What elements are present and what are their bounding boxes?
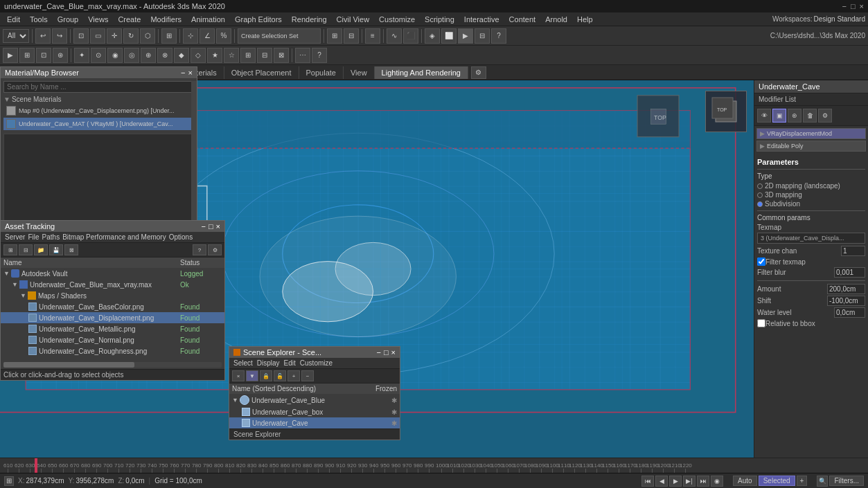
modifier-vray-displacement[interactable]: ▶ VRayDisplacementMod	[756, 128, 866, 139]
tb2-btn3[interactable]: ⊡	[36, 48, 51, 63]
at-row-displacement[interactable]: Underwater_Cave_Displacement.png Found	[1, 312, 224, 323]
se-row-blue[interactable]: ▼ Underwater_Cave_Blue ✱	[229, 394, 400, 406]
tb2-btn15[interactable]: ⊞	[240, 48, 256, 63]
at-btn4[interactable]: 💾	[49, 244, 63, 255]
menu-arnold[interactable]: Arnold	[541, 15, 572, 24]
at-row-basecolor[interactable]: Underwater_Cave_BaseColor.png Found	[1, 301, 224, 312]
at-row-vault[interactable]: ▼ Autodesk Vault Logged	[1, 268, 224, 279]
menu-edit[interactable]: Edit	[3, 15, 24, 24]
at-row-maps[interactable]: ▼ Maps / Shaders	[1, 290, 224, 301]
tb2-btn18[interactable]: ⋯	[295, 48, 310, 63]
se-btn-delete[interactable]: ×	[232, 370, 245, 381]
tb2-btn6[interactable]: ⊙	[91, 48, 106, 63]
se-row-cave[interactable]: Underwater_Cave ✱	[229, 417, 400, 428]
se-close-btn[interactable]: ×	[391, 348, 396, 356]
type-3d-radio[interactable]	[757, 192, 763, 198]
menu-tools[interactable]: Tools	[26, 15, 52, 24]
mirror-btn[interactable]: ⊞	[327, 28, 342, 44]
timeline[interactable]: 6106206306406506606706806907007107207307…	[0, 458, 868, 473]
at-row-normal[interactable]: Underwater_Cave_Normal.png Found	[1, 334, 224, 345]
anim-prev-btn[interactable]: ◀	[655, 476, 668, 487]
type-2d-row[interactable]: 2D mapping (landscape)	[757, 182, 865, 190]
at-btn-help[interactable]: ?	[193, 244, 206, 255]
type-subdivision-radio[interactable]	[757, 201, 763, 207]
tb2-btn10[interactable]: ⊗	[157, 48, 172, 63]
se-btn-unlock[interactable]: 🔓	[274, 370, 286, 381]
maximize-btn[interactable]: □	[851, 2, 856, 10]
object-name-field[interactable]: Underwater_Cave	[754, 80, 868, 93]
mat-browser-close[interactable]: ×	[188, 69, 193, 77]
mat-browser-minimize[interactable]: −	[181, 69, 185, 77]
at-btn-settings[interactable]: ⚙	[208, 244, 222, 255]
undo-btn[interactable]: ↩	[35, 28, 51, 44]
se-menu-edit[interactable]: Edit	[284, 359, 296, 367]
menu-scripting[interactable]: Scripting	[420, 15, 459, 24]
shift-input[interactable]	[827, 296, 865, 306]
tb2-btn2[interactable]: ⊞	[19, 48, 35, 63]
anim-play-btn[interactable]: ▶	[669, 476, 682, 487]
se-row-box[interactable]: Underwater_Cave_box ✱	[229, 406, 400, 417]
rp-icon-eye[interactable]: 👁	[757, 109, 771, 123]
select-region-btn[interactable]: ▭	[90, 28, 105, 44]
water-level-input[interactable]	[834, 307, 865, 318]
amount-input[interactable]	[827, 284, 865, 294]
type-2d-radio[interactable]	[757, 183, 763, 189]
search-status-icon[interactable]: 🔍	[817, 476, 828, 487]
material-editor-btn[interactable]: ◈	[425, 28, 440, 44]
at-restore-btn[interactable]: □	[209, 222, 213, 231]
menu-content[interactable]: Content	[505, 15, 540, 24]
anim-next-btn[interactable]: ▶|	[683, 476, 696, 487]
tb2-btn14[interactable]: ☆	[224, 48, 239, 63]
auto-key-btn[interactable]: Auto	[733, 476, 757, 486]
tab-view[interactable]: View	[344, 66, 375, 79]
pct-snap-btn[interactable]: %	[216, 28, 231, 44]
schematic-btn[interactable]: ⬛	[403, 28, 418, 44]
tb2-btn17[interactable]: ⊠	[274, 48, 289, 63]
layer-btn[interactable]: ≡	[365, 28, 380, 44]
menu-group[interactable]: Group	[53, 15, 83, 24]
at-scrollbar-h[interactable]	[3, 362, 222, 368]
anim-last-btn[interactable]: ⏭	[697, 476, 709, 487]
rp-icon-settings[interactable]: ⚙	[818, 109, 832, 123]
at-btn5[interactable]: ⊠	[64, 244, 78, 255]
tb2-btn19[interactable]: ?	[312, 48, 327, 63]
rotate-btn[interactable]: ↻	[123, 28, 139, 44]
menu-modifiers[interactable]: Modifiers	[146, 15, 186, 24]
menu-help[interactable]: Help	[573, 15, 597, 24]
select-filter-dropdown[interactable]: All	[3, 29, 29, 43]
minimize-btn[interactable]: −	[842, 2, 846, 10]
tb2-btn9[interactable]: ⊕	[141, 48, 156, 63]
mat-scrollbar[interactable]	[191, 81, 197, 240]
texture-chan-input[interactable]	[841, 246, 865, 256]
mat-item-0[interactable]: Map #0 (Underwater_Cave_Displacement.png…	[3, 105, 194, 117]
se-btn-remove[interactable]: −	[301, 370, 314, 381]
tab-object-placement[interactable]: Object Placement	[224, 66, 299, 79]
menu-graph-editors[interactable]: Graph Editors	[231, 15, 286, 24]
tb2-btn8[interactable]: ◎	[124, 48, 139, 63]
type-3d-row[interactable]: 3D mapping	[757, 191, 865, 199]
tb2-btn16[interactable]: ⊟	[257, 48, 272, 63]
at-menu-paths[interactable]: Paths	[42, 233, 60, 241]
ref-coord-btn[interactable]: ⊞	[161, 28, 177, 44]
tb2-btn13[interactable]: ★	[207, 48, 222, 63]
se-menu-display[interactable]: Display	[257, 359, 280, 367]
se-restore-btn[interactable]: □	[384, 348, 389, 356]
se-minimize-btn[interactable]: −	[376, 348, 380, 356]
curve-editor-btn[interactable]: ∿	[387, 28, 402, 44]
redo-btn[interactable]: ↪	[52, 28, 67, 44]
angle-snap-btn[interactable]: ∠	[200, 28, 215, 44]
nav-cube[interactable]: TOP	[705, 91, 747, 132]
type-subdivision-row[interactable]: Subdivision	[757, 200, 865, 208]
mat-item-1[interactable]: Underwater_Cave_MAT ( VRayMtl ) [Underwa…	[3, 118, 194, 130]
se-btn-lock[interactable]: 🔒	[260, 370, 272, 381]
at-row-roughness[interactable]: Underwater_Cave_Roughness.png Found	[1, 345, 224, 356]
menu-civil-view[interactable]: Civil View	[333, 15, 373, 24]
at-btn2[interactable]: ⊟	[19, 244, 33, 255]
anim-first-btn[interactable]: ⏮	[641, 476, 654, 487]
tb2-btn7[interactable]: ◉	[107, 48, 123, 63]
render-setup-btn[interactable]: ⬜	[441, 28, 457, 44]
rp-icon-delete[interactable]: 🗑	[803, 109, 817, 123]
tb2-btn4[interactable]: ⊛	[53, 48, 68, 63]
mat-search-input[interactable]	[3, 81, 194, 93]
at-close-btn[interactable]: ×	[216, 222, 220, 231]
